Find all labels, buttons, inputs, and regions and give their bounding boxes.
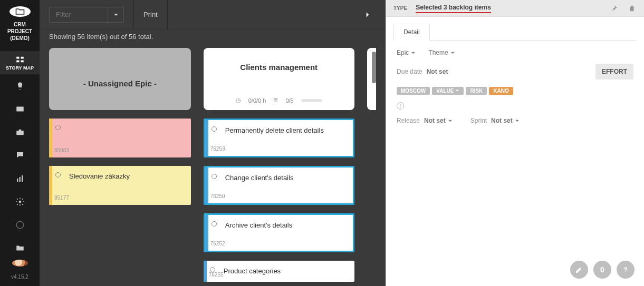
- release-label: Release: [397, 117, 420, 124]
- column-unassigned-epic: - Unassigned Epic - 85083 Sledovanie zák…: [49, 48, 191, 277]
- selection-title: Selected 3 backlog items: [416, 4, 491, 13]
- sidebar-item-story-map[interactable]: STORY MAP: [0, 51, 40, 74]
- edit-button[interactable]: [570, 261, 588, 279]
- card-id: 76253: [210, 146, 225, 152]
- filter-dropdown-button[interactable]: [108, 7, 123, 23]
- svg-rect-4: [16, 107, 24, 112]
- backlog-card[interactable]: Product categories 76255: [204, 261, 354, 282]
- sidebar-item-settings[interactable]: [0, 190, 40, 213]
- clock-icon: ◷: [236, 97, 241, 104]
- chart-icon: [15, 174, 25, 183]
- column-clients-management: Clients management ◷ 0/0/0 h ≣ 0/5 Perma…: [204, 48, 354, 277]
- due-date-label: Due date: [397, 68, 422, 75]
- card-id: 76252: [210, 241, 225, 246]
- help-button[interactable]: [617, 261, 635, 279]
- effort-button[interactable]: EFFORT: [595, 64, 633, 80]
- svg-rect-6: [18, 130, 21, 131]
- briefcase-icon: [15, 127, 25, 137]
- svg-rect-3: [21, 61, 23, 63]
- caret-down-icon: [448, 119, 453, 123]
- priority-tags: MOSCOW VALUE RISK KANO: [397, 87, 633, 95]
- backlog-card[interactable]: Change client's details 76250: [204, 166, 354, 205]
- status-dot-icon: [55, 172, 61, 177]
- caret-down-icon: [455, 88, 459, 93]
- sidebar-item-ideas[interactable]: [0, 74, 40, 97]
- panel-actions: 0: [570, 261, 635, 279]
- release-dropdown[interactable]: Not set: [424, 117, 453, 124]
- caret-down-icon: [515, 119, 520, 123]
- progress-bar: [301, 99, 322, 102]
- card-stripe: [205, 167, 208, 203]
- card-stripe: [49, 119, 52, 157]
- tag-value[interactable]: VALUE: [432, 87, 464, 95]
- sidebar-item-backlog[interactable]: [0, 97, 40, 121]
- filter-control: [49, 7, 124, 23]
- card-stripe: [205, 215, 208, 251]
- tab-detail[interactable]: Detail: [393, 24, 430, 41]
- card-id: 76255: [209, 272, 224, 278]
- card-title: Change client's details: [225, 174, 348, 183]
- panel-tabs: Detail: [386, 17, 644, 41]
- print-button[interactable]: Print: [143, 11, 158, 18]
- caret-down-icon: [450, 51, 455, 55]
- topbar: Print: [40, 0, 386, 29]
- svg-rect-8: [19, 177, 20, 182]
- grid-icon: [15, 55, 25, 64]
- tag-moscow[interactable]: MOSCOW: [397, 87, 430, 95]
- theme-dropdown[interactable]: Theme: [428, 49, 455, 56]
- backlog-card[interactable]: 85083: [49, 119, 191, 157]
- card-title: Archive client's details: [225, 221, 348, 230]
- epic-header-clients-management[interactable]: Clients management ◷ 0/0/0 h ≣ 0/5: [204, 48, 354, 110]
- due-date-value[interactable]: Not set: [427, 68, 448, 75]
- backlog-card[interactable]: Permanently delete client details 76253: [204, 119, 354, 157]
- showing-count: Showing 56 item(s) out of 56 total.: [40, 29, 386, 46]
- epic-title: - Unassigned Epic -: [83, 79, 157, 88]
- story-map-board: - Unassigned Epic - 85083 Sledovanie zák…: [40, 46, 386, 286]
- epic-title: Clients management: [240, 63, 318, 72]
- card-id: 85083: [54, 147, 69, 153]
- backlog-card[interactable]: Sledovanie zákazky 85177: [49, 166, 191, 205]
- card-stripe: [204, 261, 207, 282]
- folder-icon: [15, 243, 25, 253]
- backlog-card[interactable]: Archive client's details 76252: [204, 213, 354, 252]
- epic-dropdown[interactable]: Epic: [397, 49, 416, 56]
- tag-risk[interactable]: RISK: [466, 87, 487, 95]
- svg-point-11: [16, 221, 24, 229]
- list-icon: ≣: [273, 97, 278, 104]
- sidebar-item-wheel[interactable]: [0, 213, 40, 236]
- tag-kano[interactable]: KANO: [489, 87, 513, 95]
- sidebar-item-sprints[interactable]: [0, 121, 40, 144]
- epic-progress: 0/5: [285, 97, 293, 104]
- scrollbar-thumb[interactable]: [372, 52, 376, 83]
- filter-input[interactable]: [50, 11, 108, 18]
- gear-icon: [15, 197, 25, 206]
- main-area: Print Showing 56 item(s) out of 56 total…: [40, 0, 386, 286]
- sidebar-item-folder[interactable]: [0, 236, 40, 260]
- user-avatar[interactable]: [12, 260, 28, 267]
- project-logo[interactable]: [9, 6, 31, 17]
- count-button[interactable]: 0: [593, 261, 611, 279]
- svg-rect-2: [16, 61, 19, 63]
- status-dot-icon: [212, 221, 217, 226]
- sidebar-item-chat[interactable]: [0, 144, 40, 167]
- chevron-right-icon: [364, 11, 371, 18]
- card-title: Sledovanie zákazky: [69, 172, 186, 181]
- lightbulb-icon: [15, 81, 25, 91]
- collapse-panel-button[interactable]: [359, 6, 376, 23]
- detail-panel: TYPE Selected 3 backlog items Detail Epi…: [386, 0, 644, 286]
- epic-time: 0/0/0 h: [248, 97, 266, 104]
- sprint-dropdown[interactable]: Not set: [491, 117, 520, 124]
- epic-header-unassigned[interactable]: - Unassigned Epic -: [49, 48, 191, 110]
- delete-button[interactable]: [627, 4, 637, 13]
- card-title: Permanently delete client details: [225, 126, 348, 135]
- svg-rect-1: [21, 57, 23, 59]
- sidebar-item-reports[interactable]: [0, 167, 40, 190]
- svg-rect-7: [17, 179, 18, 182]
- svg-rect-0: [16, 57, 19, 59]
- card-id: 85177: [54, 195, 69, 201]
- pin-button[interactable]: [609, 4, 619, 13]
- sidebar-nav: STORY MAP: [0, 51, 40, 260]
- separator: [167, 0, 168, 29]
- panel-header: TYPE Selected 3 backlog items: [386, 0, 644, 17]
- chat-icon: [15, 151, 25, 160]
